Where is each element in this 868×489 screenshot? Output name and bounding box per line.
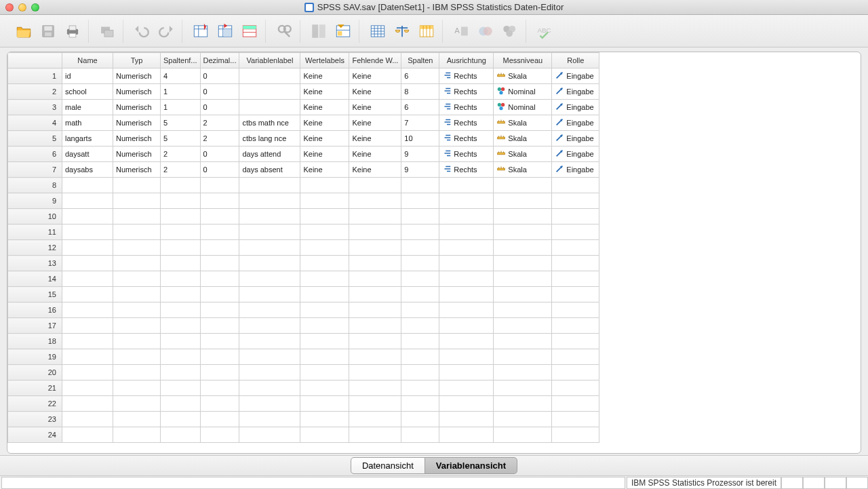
cell[interactable]: 2: [161, 162, 201, 178]
empty-cell[interactable]: [494, 240, 552, 256]
cell-rolle[interactable]: Eingabe: [552, 69, 599, 84]
empty-cell[interactable]: [161, 349, 201, 365]
empty-cell[interactable]: [349, 209, 401, 224]
table-row[interactable]: 3maleNumerisch10KeineKeine6RechtsNominal…: [8, 100, 599, 115]
empty-cell[interactable]: [239, 178, 300, 193]
empty-cell[interactable]: [239, 380, 300, 396]
empty-cell[interactable]: [349, 318, 401, 334]
empty-cell[interactable]: [300, 224, 349, 240]
empty-cell[interactable]: [439, 302, 494, 318]
cell-rolle[interactable]: Eingabe: [552, 84, 599, 100]
cell-messniveau[interactable]: Nominal: [494, 84, 552, 100]
find-button[interactable]: [273, 20, 296, 43]
row-number[interactable]: 23: [8, 412, 62, 427]
recall-dialog-button[interactable]: [96, 20, 119, 43]
empty-cell[interactable]: [239, 287, 300, 302]
cell-messniveau[interactable]: Skala: [494, 131, 552, 146]
table-row[interactable]: 13: [8, 256, 599, 271]
empty-cell[interactable]: [200, 349, 239, 365]
empty-cell[interactable]: [439, 256, 494, 271]
empty-cell[interactable]: [239, 302, 300, 318]
empty-cell[interactable]: [439, 349, 494, 365]
empty-cell[interactable]: [552, 287, 599, 302]
empty-cell[interactable]: [439, 427, 494, 443]
cell[interactable]: 7: [401, 115, 439, 131]
table-row[interactable]: 2schoolNumerisch10KeineKeine8RechtsNomin…: [8, 84, 599, 100]
cell[interactable]: male: [62, 100, 113, 115]
row-number[interactable]: 15: [8, 287, 62, 302]
empty-cell[interactable]: [200, 427, 239, 443]
cell[interactable]: 2: [161, 146, 201, 162]
use-all-button[interactable]: [498, 20, 521, 43]
empty-cell[interactable]: [552, 209, 599, 224]
empty-cell[interactable]: [113, 302, 161, 318]
table-row[interactable]: 1idNumerisch40KeineKeine6RechtsSkalaEing…: [8, 69, 599, 84]
table-row[interactable]: 16: [8, 302, 599, 318]
empty-cell[interactable]: [401, 318, 439, 334]
col-variablenlabel[interactable]: Variablenlabel: [239, 53, 300, 69]
empty-cell[interactable]: [401, 256, 439, 271]
empty-cell[interactable]: [239, 365, 300, 380]
weight-cases-button[interactable]: [391, 20, 414, 43]
row-number[interactable]: 8: [8, 178, 62, 193]
table-row[interactable]: 9: [8, 193, 599, 209]
row-number[interactable]: 21: [8, 380, 62, 396]
table-row[interactable]: 11: [8, 224, 599, 240]
empty-cell[interactable]: [161, 287, 201, 302]
empty-cell[interactable]: [62, 396, 113, 412]
empty-cell[interactable]: [300, 193, 349, 209]
cell[interactable]: 9: [401, 146, 439, 162]
empty-cell[interactable]: [161, 209, 201, 224]
col-rolle[interactable]: Rolle: [552, 53, 599, 69]
empty-cell[interactable]: [239, 318, 300, 334]
cell[interactable]: Numerisch: [113, 146, 161, 162]
empty-cell[interactable]: [300, 256, 349, 271]
empty-cell[interactable]: [161, 396, 201, 412]
cell[interactable]: Numerisch: [113, 162, 161, 178]
cell-ausrichtung[interactable]: Rechts: [439, 146, 494, 162]
goto-variable-button[interactable]: [214, 20, 237, 43]
empty-cell[interactable]: [113, 193, 161, 209]
row-number[interactable]: 16: [8, 302, 62, 318]
cell-ausrichtung[interactable]: Rechts: [439, 69, 494, 84]
row-number[interactable]: 20: [8, 365, 62, 380]
table-row[interactable]: 20: [8, 365, 599, 380]
cell[interactable]: 8: [401, 84, 439, 100]
cell[interactable]: ctbs math nce: [239, 115, 300, 131]
cell[interactable]: 6: [401, 69, 439, 84]
cell[interactable]: 0: [200, 100, 239, 115]
empty-cell[interactable]: [113, 224, 161, 240]
empty-cell[interactable]: [300, 240, 349, 256]
col-fehlende[interactable]: Fehlende W...: [349, 53, 401, 69]
empty-cell[interactable]: [200, 178, 239, 193]
empty-cell[interactable]: [200, 224, 239, 240]
empty-cell[interactable]: [300, 334, 349, 349]
empty-cell[interactable]: [494, 178, 552, 193]
empty-cell[interactable]: [161, 365, 201, 380]
empty-cell[interactable]: [161, 224, 201, 240]
empty-cell[interactable]: [62, 209, 113, 224]
empty-cell[interactable]: [349, 256, 401, 271]
empty-cell[interactable]: [113, 365, 161, 380]
empty-cell[interactable]: [494, 396, 552, 412]
empty-cell[interactable]: [161, 380, 201, 396]
empty-cell[interactable]: [439, 318, 494, 334]
empty-cell[interactable]: [300, 396, 349, 412]
variables-button[interactable]: [238, 20, 261, 43]
empty-cell[interactable]: [62, 224, 113, 240]
cell[interactable]: 1: [161, 84, 201, 100]
empty-cell[interactable]: [552, 240, 599, 256]
cell[interactable]: Keine: [300, 115, 349, 131]
empty-cell[interactable]: [300, 287, 349, 302]
empty-cell[interactable]: [401, 240, 439, 256]
empty-cell[interactable]: [349, 349, 401, 365]
cell-ausrichtung[interactable]: Rechts: [439, 162, 494, 178]
empty-cell[interactable]: [552, 334, 599, 349]
empty-cell[interactable]: [300, 380, 349, 396]
empty-cell[interactable]: [113, 240, 161, 256]
empty-cell[interactable]: [494, 380, 552, 396]
tab-datenansicht[interactable]: Datenansicht: [351, 457, 425, 474]
empty-cell[interactable]: [349, 412, 401, 427]
empty-cell[interactable]: [200, 334, 239, 349]
empty-cell[interactable]: [161, 302, 201, 318]
